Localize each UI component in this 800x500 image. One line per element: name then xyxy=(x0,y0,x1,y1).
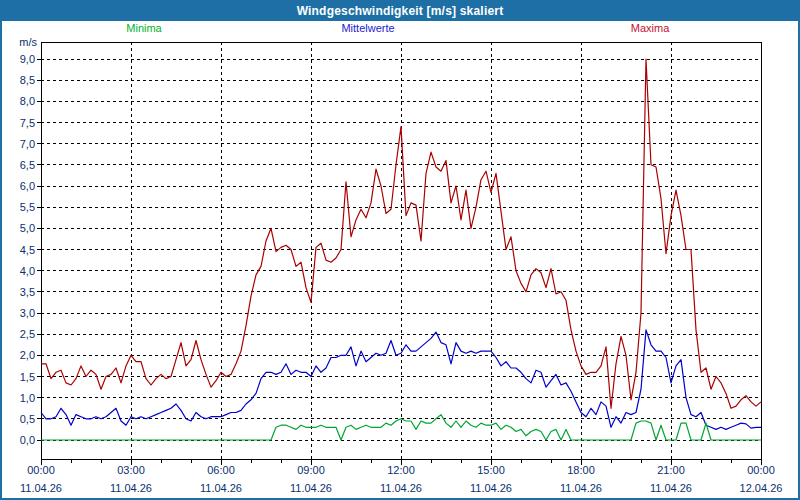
svg-text:11.04.26: 11.04.26 xyxy=(20,482,62,494)
svg-text:11.04.26: 11.04.26 xyxy=(650,482,692,494)
svg-text:12:00: 12:00 xyxy=(387,464,415,476)
svg-text:15:00: 15:00 xyxy=(477,464,505,476)
svg-text:4,0: 4,0 xyxy=(20,265,35,277)
svg-text:11.04.26: 11.04.26 xyxy=(560,482,602,494)
svg-text:6,0: 6,0 xyxy=(20,180,35,192)
svg-text:11.04.26: 11.04.26 xyxy=(380,482,422,494)
svg-text:8,5: 8,5 xyxy=(20,74,35,86)
svg-text:5,5: 5,5 xyxy=(20,201,35,213)
svg-text:06:00: 06:00 xyxy=(207,464,235,476)
chart-window: Windgeschwindigkeit [m/s] skaliert Minim… xyxy=(0,0,800,500)
svg-text:00:00: 00:00 xyxy=(27,464,55,476)
svg-text:2,5: 2,5 xyxy=(20,328,35,340)
svg-text:18:00: 18:00 xyxy=(567,464,595,476)
svg-text:7,0: 7,0 xyxy=(20,138,35,150)
svg-text:1,5: 1,5 xyxy=(20,371,35,383)
svg-text:0,5: 0,5 xyxy=(20,413,35,425)
svg-text:4,5: 4,5 xyxy=(20,244,35,256)
svg-text:3,5: 3,5 xyxy=(20,286,35,298)
svg-text:21:00: 21:00 xyxy=(657,464,685,476)
svg-text:6,5: 6,5 xyxy=(20,159,35,171)
svg-text:1,0: 1,0 xyxy=(20,392,35,404)
svg-text:11.04.26: 11.04.26 xyxy=(470,482,512,494)
svg-text:09:00: 09:00 xyxy=(297,464,325,476)
svg-text:0,0: 0,0 xyxy=(20,434,35,446)
wind-speed-line-chart: 0,00,51,01,52,02,53,03,54,04,55,05,56,06… xyxy=(0,0,800,500)
svg-text:11.04.26: 11.04.26 xyxy=(200,482,242,494)
svg-text:9,0: 9,0 xyxy=(20,53,35,65)
svg-text:11.04.26: 11.04.26 xyxy=(290,482,332,494)
svg-text:2,0: 2,0 xyxy=(20,349,35,361)
svg-text:8,0: 8,0 xyxy=(20,95,35,107)
svg-text:11.04.26: 11.04.26 xyxy=(110,482,152,494)
svg-text:3,0: 3,0 xyxy=(20,307,35,319)
svg-text:5,0: 5,0 xyxy=(20,222,35,234)
svg-text:12.04.26: 12.04.26 xyxy=(740,482,783,494)
svg-text:00:00: 00:00 xyxy=(747,464,775,476)
svg-text:7,5: 7,5 xyxy=(20,117,35,129)
svg-text:03:00: 03:00 xyxy=(117,464,145,476)
